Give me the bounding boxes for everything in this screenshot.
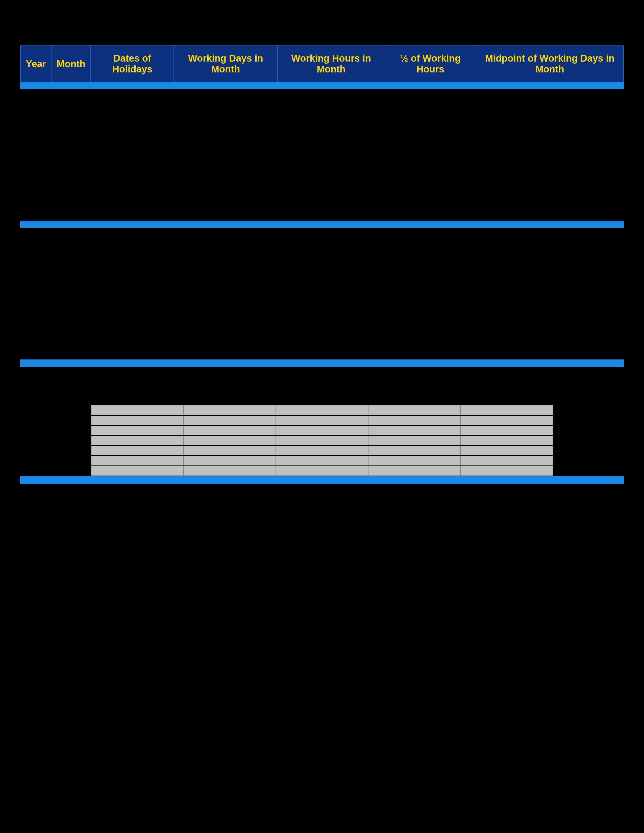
table-row (91, 445, 553, 456)
table-row (91, 436, 553, 445)
header-working-days: Working Days in Month (174, 46, 277, 82)
table-row (91, 425, 553, 436)
cell (368, 425, 460, 436)
cell (91, 466, 184, 476)
cell (460, 405, 553, 415)
cell (368, 445, 460, 456)
cell (184, 456, 276, 466)
cell (460, 456, 553, 466)
cell (184, 436, 276, 445)
cell (184, 425, 276, 436)
table-row (91, 456, 553, 466)
header-blue-bar (20, 82, 624, 89)
cell (368, 436, 460, 445)
content-block-2 (20, 228, 624, 354)
table-row (91, 466, 553, 476)
header-working-hours: Working Hours in Month (277, 46, 385, 82)
cell (91, 425, 184, 436)
cell (184, 445, 276, 456)
cell (368, 466, 460, 476)
cell (276, 436, 368, 445)
cell (460, 425, 553, 436)
section-bar-2 (20, 359, 624, 367)
table-row (91, 405, 553, 415)
bottom-blue-bar (20, 476, 624, 484)
cell (368, 415, 460, 425)
cell (276, 405, 368, 415)
content-block-1 (20, 89, 624, 215)
cell (276, 445, 368, 456)
header-year: Year (21, 46, 51, 82)
cell (276, 415, 368, 425)
header-dates-of-holidays: Dates of Holidays (91, 46, 174, 82)
header-half-working-hours: ½ of Working Hours (385, 46, 476, 82)
table-header-row: Year Month Dates of Holidays Working Day… (21, 46, 623, 82)
cell (460, 466, 553, 476)
section-bar-1 (20, 220, 624, 228)
content-block-3 (20, 367, 624, 397)
cell (91, 405, 184, 415)
cell (184, 466, 276, 476)
cell (276, 456, 368, 466)
cell (91, 456, 184, 466)
main-table: Year Month Dates of Holidays Working Day… (20, 45, 624, 82)
cell (91, 445, 184, 456)
gray-data-table (91, 405, 553, 476)
gray-table-wrapper (91, 405, 624, 476)
table-row (91, 415, 553, 425)
cell (276, 425, 368, 436)
cell (368, 456, 460, 466)
cell (460, 445, 553, 456)
page-container: Year Month Dates of Holidays Working Day… (0, 0, 644, 833)
header-month: Month (51, 46, 91, 82)
cell (184, 405, 276, 415)
cell (276, 466, 368, 476)
cell (460, 436, 553, 445)
header-midpoint: Midpoint of Working Days in Month (476, 46, 623, 82)
cell (184, 415, 276, 425)
cell (460, 415, 553, 425)
table-section: Year Month Dates of Holidays Working Day… (20, 45, 624, 215)
cell (91, 415, 184, 425)
cell (368, 405, 460, 415)
cell (91, 436, 184, 445)
